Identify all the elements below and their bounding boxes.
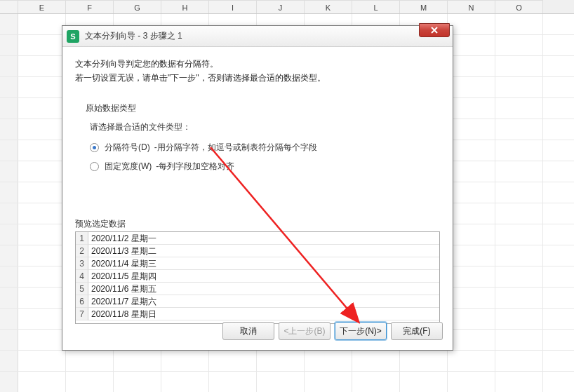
next-button[interactable]: 下一步(N)> xyxy=(335,322,387,340)
cell[interactable] xyxy=(448,161,495,182)
row-header[interactable] xyxy=(0,119,18,140)
cell[interactable] xyxy=(18,161,66,182)
cell[interactable] xyxy=(18,372,66,392)
cell[interactable] xyxy=(209,372,257,392)
cancel-button[interactable]: 取消 xyxy=(222,322,274,340)
row-header[interactable] xyxy=(0,98,18,119)
column-header[interactable]: K xyxy=(305,0,352,13)
cell[interactable] xyxy=(448,98,495,119)
radio-row-delimited[interactable]: 分隔符号(D) -用分隔字符，如逗号或制表符分隔每个字段 xyxy=(90,142,429,154)
cell[interactable] xyxy=(305,351,352,371)
row-header[interactable] xyxy=(0,224,18,245)
cell[interactable] xyxy=(495,77,543,97)
cell[interactable] xyxy=(18,14,66,34)
cell[interactable] xyxy=(18,288,66,308)
cell[interactable] xyxy=(18,182,66,203)
column-header[interactable]: N xyxy=(448,0,495,13)
cell[interactable] xyxy=(495,161,543,182)
cell[interactable] xyxy=(495,140,543,161)
cell[interactable] xyxy=(448,372,495,392)
row-header[interactable] xyxy=(0,266,18,287)
cell[interactable] xyxy=(495,288,543,308)
row-header[interactable] xyxy=(0,56,18,76)
cell[interactable] xyxy=(18,245,66,266)
cell[interactable] xyxy=(495,182,543,203)
row-header[interactable] xyxy=(0,140,18,161)
finish-button[interactable]: 完成(F) xyxy=(391,322,443,340)
cell[interactable] xyxy=(18,56,66,76)
cell[interactable] xyxy=(495,14,543,34)
cell[interactable] xyxy=(448,182,495,203)
cell[interactable] xyxy=(400,372,448,392)
cell[interactable] xyxy=(352,351,400,371)
cell[interactable] xyxy=(18,224,66,245)
column-header[interactable]: H xyxy=(161,0,209,13)
cell[interactable] xyxy=(18,98,66,119)
cell[interactable] xyxy=(448,245,495,266)
cell[interactable] xyxy=(495,56,543,76)
cell[interactable] xyxy=(495,372,543,392)
cell[interactable] xyxy=(495,35,543,55)
column-header[interactable]: E xyxy=(18,0,66,13)
cell[interactable] xyxy=(495,98,543,119)
cell[interactable] xyxy=(66,351,114,371)
cell[interactable] xyxy=(352,372,400,392)
column-header[interactable]: F xyxy=(66,0,114,13)
cell[interactable] xyxy=(18,330,66,350)
cell[interactable] xyxy=(448,77,495,97)
cell[interactable] xyxy=(448,203,495,224)
cell[interactable] xyxy=(257,372,305,392)
cell[interactable] xyxy=(66,372,114,392)
row-header[interactable] xyxy=(0,330,18,350)
cell[interactable] xyxy=(495,119,543,140)
cell[interactable] xyxy=(18,140,66,161)
cell[interactable] xyxy=(209,351,257,371)
cell[interactable] xyxy=(495,245,543,266)
row-header[interactable] xyxy=(0,372,18,392)
column-header[interactable]: J xyxy=(257,0,305,13)
row-header[interactable] xyxy=(0,35,18,55)
cell[interactable] xyxy=(114,351,161,371)
cell[interactable] xyxy=(448,56,495,76)
cell[interactable] xyxy=(18,266,66,287)
cell[interactable] xyxy=(495,309,543,329)
column-header[interactable]: M xyxy=(400,0,448,13)
cell[interactable] xyxy=(495,203,543,224)
column-header[interactable]: I xyxy=(209,0,257,13)
cell[interactable] xyxy=(18,77,66,97)
row-header[interactable] xyxy=(0,309,18,329)
cell[interactable] xyxy=(305,372,352,392)
cell[interactable] xyxy=(161,351,209,371)
cell[interactable] xyxy=(495,330,543,350)
cell[interactable] xyxy=(495,266,543,287)
cell[interactable] xyxy=(448,330,495,350)
row-header[interactable] xyxy=(0,14,18,34)
row-header[interactable] xyxy=(0,203,18,224)
cell[interactable] xyxy=(400,351,448,371)
cell[interactable] xyxy=(161,372,209,392)
close-button[interactable] xyxy=(419,23,450,37)
cell[interactable] xyxy=(495,351,543,371)
cell[interactable] xyxy=(18,203,66,224)
cell[interactable] xyxy=(448,119,495,140)
cell[interactable] xyxy=(257,351,305,371)
column-header[interactable]: O xyxy=(495,0,543,13)
column-header[interactable]: G xyxy=(114,0,161,13)
cell[interactable] xyxy=(18,119,66,140)
cell[interactable] xyxy=(448,351,495,371)
row-header[interactable] xyxy=(0,77,18,97)
cell[interactable] xyxy=(448,288,495,308)
cell[interactable] xyxy=(448,35,495,55)
row-header[interactable] xyxy=(0,245,18,266)
cell[interactable] xyxy=(114,372,161,392)
row-header[interactable] xyxy=(0,351,18,371)
cell[interactable] xyxy=(18,309,66,329)
radio-row-fixed[interactable]: 固定宽度(W) -每列字段加空格对齐 xyxy=(90,161,429,173)
radio-delimited[interactable] xyxy=(90,143,99,152)
cell[interactable] xyxy=(448,266,495,287)
cell[interactable] xyxy=(448,140,495,161)
row-header[interactable] xyxy=(0,161,18,182)
row-header[interactable] xyxy=(0,182,18,203)
row-header[interactable] xyxy=(0,288,18,308)
cell[interactable] xyxy=(448,309,495,329)
